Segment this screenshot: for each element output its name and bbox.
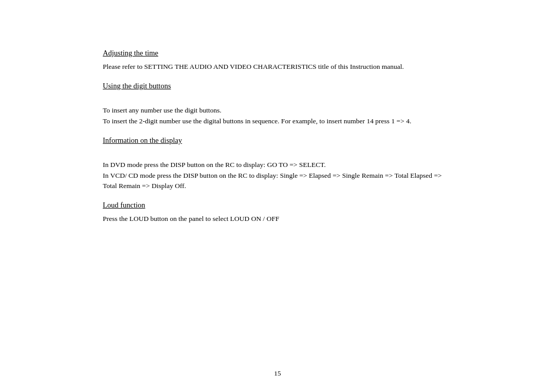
- text-loud-function: Press the LOUD button on the panel to se…: [103, 215, 279, 222]
- text-information-display: In DVD mode press the DISP button on the…: [103, 161, 442, 190]
- text-adjusting-time: Please refer to SETTING THE AUDIO AND VI…: [103, 63, 404, 70]
- page-number: 15: [274, 369, 281, 378]
- section-loud-function: Loud function Press the LOUD button on t…: [103, 201, 452, 225]
- section-information-display: Information on the display In DVD mode p…: [103, 136, 452, 192]
- body-digit-buttons: To insert any number use the digit butto…: [103, 95, 452, 127]
- body-adjusting-time: Please refer to SETTING THE AUDIO AND VI…: [103, 62, 452, 72]
- body-loud-function: Press the LOUD button on the panel to se…: [103, 214, 452, 225]
- heading-adjusting-time: Adjusting the time: [103, 49, 452, 58]
- text-digit-buttons: To insert any number use the digit butto…: [103, 106, 411, 125]
- heading-digit-buttons: Using the digit buttons: [103, 82, 452, 90]
- section-digit-buttons: Using the digit buttons To insert any nu…: [103, 82, 452, 127]
- content-area: Adjusting the time Please refer to SETTI…: [103, 49, 452, 234]
- section-adjusting-time: Adjusting the time Please refer to SETTI…: [103, 49, 452, 72]
- heading-information-display: Information on the display: [103, 136, 452, 145]
- page: Adjusting the time Please refer to SETTI…: [0, 0, 555, 392]
- heading-loud-function: Loud function: [103, 201, 452, 210]
- body-information-display: In DVD mode press the DISP button on the…: [103, 149, 452, 192]
